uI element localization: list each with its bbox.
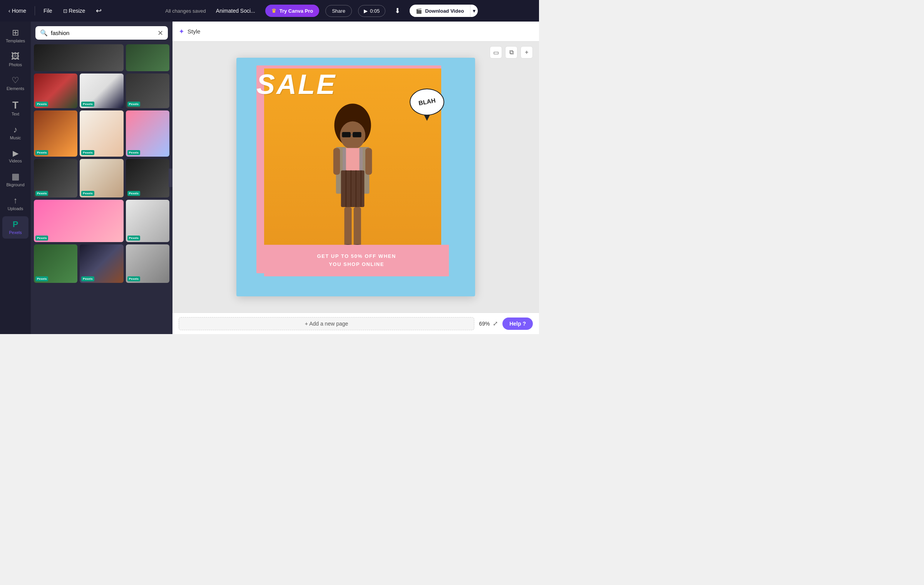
photo-grid: Pexels Pexels Pexels Pexels Pexels Pexel…: [31, 43, 172, 334]
sidebar-item-templates[interactable]: ⊞ Templates: [2, 25, 28, 47]
sidebar-item-text[interactable]: T Text: [2, 96, 28, 120]
search-icon: 🔍: [40, 29, 48, 37]
photos-label: Photos: [9, 62, 22, 67]
pexels-label: Pexels: [9, 230, 22, 235]
sidebar-item-videos[interactable]: ▶ Videos: [2, 145, 28, 167]
pexels-badge: Pexels: [35, 102, 48, 107]
fashion-silhouette: [303, 95, 403, 269]
chevron-left-icon: ‹: [8, 8, 10, 14]
music-icon: ♪: [13, 125, 18, 134]
search-bar-container: 🔍 ✕: [31, 22, 172, 43]
copy-icon: ⧉: [509, 49, 514, 56]
project-title[interactable]: Animated Soci...: [212, 5, 259, 16]
pexels-badge: Pexels: [35, 276, 48, 281]
photo-item[interactable]: Pexels: [126, 159, 169, 197]
home-button[interactable]: ‹ Home: [5, 5, 30, 16]
canvas-scroll[interactable]: SALE BLAH GET UP TO 50% OFF WHEN YOU SHO…: [172, 42, 539, 313]
pexels-badge: Pexels: [35, 236, 48, 241]
photo-item[interactable]: Pexels: [126, 74, 169, 108]
pexels-badge: Pexels: [81, 276, 94, 281]
download-chevron-button[interactable]: ▾: [470, 5, 478, 17]
panel-toggle-button[interactable]: ‹: [169, 169, 172, 187]
zoom-expand-button[interactable]: ⤢: [493, 320, 498, 327]
photo-item[interactable]: Pexels: [80, 74, 123, 108]
music-label: Music: [10, 135, 21, 140]
pexels-badge: Pexels: [127, 236, 140, 241]
search-clear-button[interactable]: ✕: [157, 30, 163, 37]
pexels-badge: Pexels: [127, 276, 140, 281]
download-icon-button[interactable]: ⬇: [392, 3, 403, 18]
svg-rect-2: [342, 132, 351, 137]
play-button[interactable]: ▶ 0:05: [358, 5, 385, 17]
photo-item[interactable]: [34, 44, 124, 71]
uploads-label: Uploads: [8, 206, 23, 211]
pexels-badge: Pexels: [127, 150, 140, 155]
pexels-badge: Pexels: [81, 191, 94, 196]
sidebar-item-background[interactable]: ▦ Bkground: [2, 169, 28, 191]
zoom-level: 69%: [479, 321, 490, 327]
canvas-controls: ▭ ⧉ +: [490, 46, 533, 58]
photo-item[interactable]: Pexels: [34, 74, 77, 108]
undo-button[interactable]: ↩: [92, 4, 105, 17]
svg-rect-14: [365, 148, 372, 175]
elements-icon: ♡: [12, 76, 19, 85]
uploads-icon: ↑: [13, 196, 18, 205]
elements-label: Elements: [7, 86, 24, 91]
help-button[interactable]: Help ?: [502, 318, 533, 330]
design-canvas[interactable]: SALE BLAH GET UP TO 50% OFF WHEN YOU SHO…: [236, 58, 475, 296]
left-sidebar: ⊞ Templates 🖼 Photos ♡ Elements T Text ♪…: [0, 22, 31, 334]
resize-icon: ⊡: [63, 8, 67, 14]
frame-button[interactable]: ▭: [490, 46, 502, 58]
photo-item[interactable]: Pexels: [126, 244, 169, 283]
templates-label: Templates: [6, 38, 25, 43]
templates-icon: ⊞: [12, 28, 19, 37]
bottom-bar: + Add a new page 69% ⤢ Help ?: [172, 313, 539, 334]
sidebar-item-elements[interactable]: ♡ Elements: [2, 72, 28, 95]
photo-item[interactable]: Pexels: [34, 159, 77, 197]
speech-bubble: BLAH: [410, 89, 444, 115]
sidebar-item-pexels[interactable]: P Pexels: [2, 216, 28, 239]
background-label: Bkground: [6, 182, 24, 187]
sidebar-item-music[interactable]: ♪ Music: [2, 122, 28, 144]
svg-rect-13: [333, 148, 340, 175]
download-video-button[interactable]: 🎬 Download Video: [410, 5, 470, 17]
speech-bubble-text: BLAH: [418, 97, 436, 107]
zoom-controls: 69% ⤢: [479, 320, 498, 327]
photo-item[interactable]: Pexels: [34, 110, 77, 157]
sidebar-item-photos[interactable]: 🖼 Photos: [2, 48, 28, 71]
search-panel: 🔍 ✕ Pexels Pexels Pexels Pexels: [31, 22, 172, 334]
photo-item[interactable]: Pexels: [80, 110, 123, 157]
download-video-group: 🎬 Download Video ▾: [410, 5, 478, 17]
play-time: 0:05: [370, 8, 380, 14]
frame-icon: ▭: [493, 49, 499, 56]
resize-button[interactable]: ⊡ Resize: [59, 5, 89, 16]
copy-button[interactable]: ⧉: [505, 46, 517, 58]
undo-icon: ↩: [96, 7, 102, 15]
share-button[interactable]: Share: [325, 5, 352, 17]
help-label: Help ?: [509, 321, 526, 327]
svg-rect-3: [353, 132, 362, 137]
photo-item[interactable]: Pexels: [80, 159, 123, 197]
saved-status: All changes saved: [165, 8, 206, 14]
file-button[interactable]: File: [40, 5, 56, 16]
search-bar: 🔍 ✕: [35, 26, 168, 40]
add-button[interactable]: +: [521, 46, 533, 58]
file-label: File: [44, 8, 52, 14]
add-page-button[interactable]: + Add a new page: [179, 317, 474, 330]
pexels-badge: Pexels: [127, 191, 140, 196]
photo-item[interactable]: Pexels: [34, 200, 124, 242]
sidebar-item-uploads[interactable]: ↑ Uploads: [2, 192, 28, 215]
photo-item[interactable]: Pexels: [126, 110, 169, 157]
photo-item[interactable]: Pexels: [126, 200, 169, 242]
videos-icon: ▶: [13, 149, 18, 157]
pexels-icon: P: [13, 220, 18, 229]
resize-label: Resize: [69, 8, 85, 14]
photo-item[interactable]: Pexels: [34, 244, 77, 283]
photo-item[interactable]: Pexels: [80, 244, 123, 283]
photo-item[interactable]: [126, 44, 169, 71]
search-input[interactable]: [51, 30, 154, 36]
svg-rect-16: [354, 207, 361, 247]
try-pro-button[interactable]: ♛ Try Canva Pro: [265, 5, 319, 17]
style-sparkle-icon: ✦: [179, 27, 184, 36]
background-icon: ▦: [12, 172, 20, 181]
